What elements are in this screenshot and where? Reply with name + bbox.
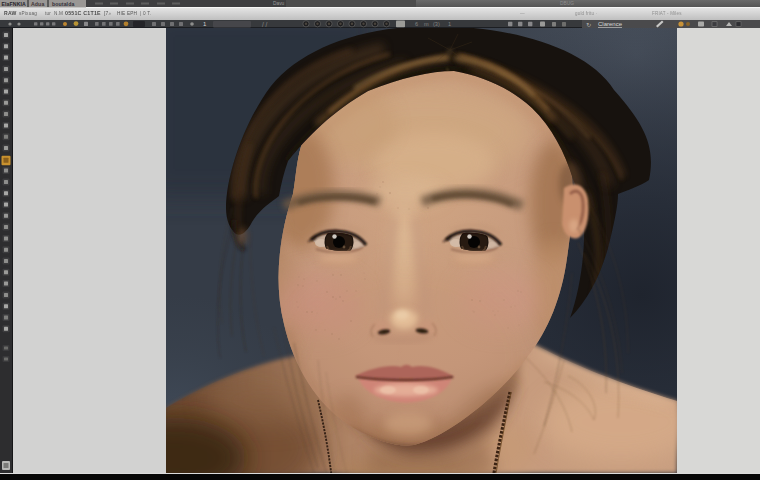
- svg-text:—: —: [520, 11, 525, 16]
- svg-text:boutalda: boutalda: [52, 1, 74, 7]
- svg-text:Davu: Davu: [273, 1, 285, 6]
- svg-text:N.M: N.M: [54, 11, 63, 16]
- svg-text:m: m: [424, 21, 429, 27]
- svg-text:[7⌕: [7⌕: [104, 11, 111, 16]
- svg-text:HIE EPH: HIE EPH: [117, 11, 137, 16]
- svg-text:tur: tur: [45, 11, 51, 16]
- svg-text:1: 1: [203, 21, 207, 27]
- svg-text:6: 6: [415, 21, 418, 27]
- svg-text:gold fritu ·: gold fritu ·: [575, 11, 597, 16]
- svg-text:0551C C1T1E: 0551C C1T1E: [65, 10, 101, 16]
- svg-text:ElaFNKIA: ElaFNKIA: [2, 1, 27, 7]
- svg-text:Adua: Adua: [31, 1, 44, 7]
- svg-text:FRIAT - Miles: FRIAT - Miles: [652, 11, 682, 16]
- svg-text:Clarence: Clarence: [598, 21, 623, 27]
- svg-text:1: 1: [448, 21, 451, 27]
- svg-text:| 0 T.: | 0 T.: [140, 11, 151, 16]
- svg-text:RAW: RAW: [4, 10, 16, 16]
- svg-text:↻: ↻: [586, 21, 591, 28]
- svg-text:DBUG: DBUG: [560, 1, 574, 6]
- svg-text:(3): (3): [433, 21, 440, 27]
- svg-text:sPixuag: sPixuag: [19, 11, 37, 16]
- svg-text:/ /: / /: [262, 21, 268, 28]
